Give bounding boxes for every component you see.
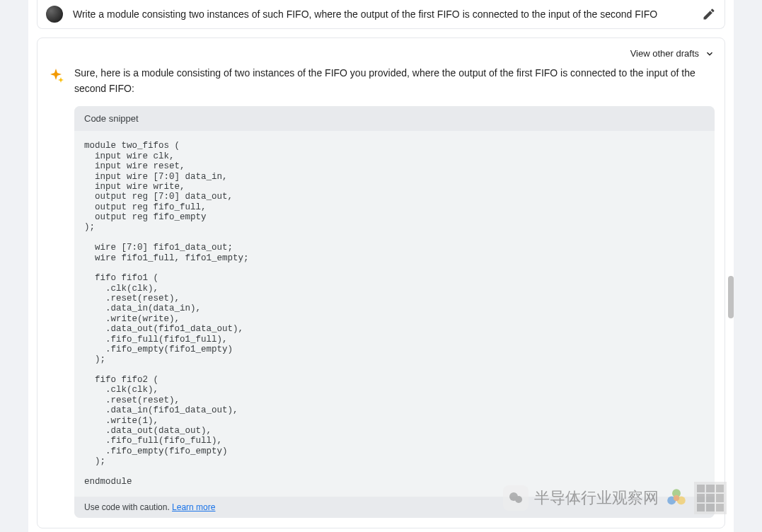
view-drafts-toggle[interactable]: View other drafts [630, 48, 715, 59]
response-content: Sure, here is a module consisting of two… [74, 66, 715, 518]
code-footer: Use code with caution. Learn more [74, 497, 715, 518]
user-message-card: Write a module consisting two instances … [37, 0, 725, 29]
code-content[interactable]: module two_fifos ( input wire clk, input… [74, 131, 715, 497]
view-drafts-label: View other drafts [630, 48, 699, 59]
sparkle-icon [47, 67, 64, 84]
response-card: View other drafts Sure, here is a module… [37, 37, 725, 528]
edit-icon[interactable] [702, 7, 716, 21]
chevron-down-icon [705, 49, 715, 59]
user-message-text: Write a module consisting two instances … [73, 8, 702, 20]
caution-text: Use code with caution. [84, 502, 172, 512]
chat-page: Write a module consisting two instances … [28, 0, 734, 532]
response-intro: Sure, here is a module consisting of two… [74, 66, 715, 96]
scrollbar-thumb[interactable] [728, 276, 734, 318]
learn-more-link[interactable]: Learn more [172, 502, 215, 512]
code-header: Code snippet [74, 106, 715, 131]
user-avatar [46, 6, 63, 23]
code-block: Code snippet module two_fifos ( input wi… [74, 106, 715, 518]
